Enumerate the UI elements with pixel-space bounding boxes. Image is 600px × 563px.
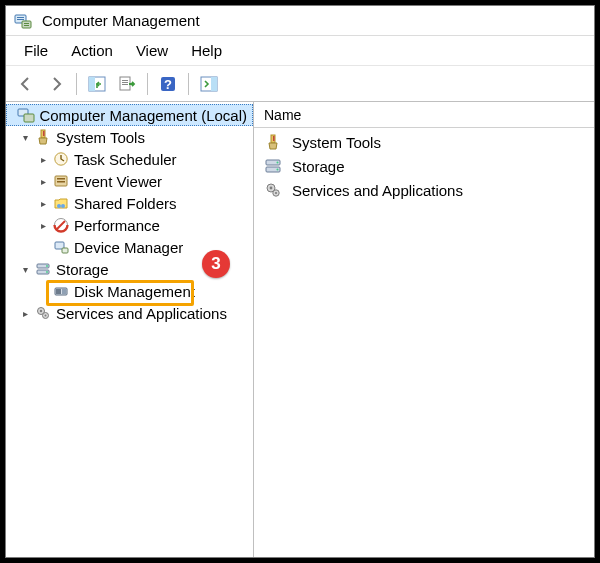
- svg-rect-2: [17, 19, 24, 20]
- expander-icon[interactable]: [36, 174, 50, 188]
- workspace: Computer Management (Local) System Tools: [6, 102, 594, 557]
- svg-rect-23: [57, 181, 65, 183]
- svg-rect-3: [22, 21, 31, 28]
- computer-management-icon: [17, 106, 35, 124]
- back-button[interactable]: [12, 70, 40, 98]
- window-title: Computer Management: [42, 12, 200, 29]
- list-item-system-tools[interactable]: System Tools: [254, 130, 594, 154]
- tree-item-label: Storage: [56, 261, 115, 278]
- svg-point-24: [57, 204, 61, 208]
- svg-rect-8: [120, 77, 130, 90]
- list-header: Name: [254, 102, 594, 128]
- svg-point-25: [61, 204, 65, 208]
- expander-icon[interactable]: [36, 152, 50, 166]
- svg-text:?: ?: [164, 77, 172, 92]
- clock-icon: [52, 150, 70, 168]
- svg-rect-7: [89, 77, 95, 91]
- svg-rect-36: [56, 289, 61, 294]
- svg-rect-30: [62, 248, 68, 253]
- expander-icon: [36, 284, 50, 298]
- toolbar-separator: [76, 73, 77, 95]
- svg-point-34: [46, 271, 48, 273]
- performance-icon: [52, 216, 70, 234]
- tree-item-label: Task Scheduler: [74, 151, 183, 168]
- title-bar: Computer Management: [6, 6, 594, 36]
- menu-view[interactable]: View: [126, 39, 178, 62]
- tree-item-label: Event Viewer: [74, 173, 168, 190]
- expander-icon[interactable]: [18, 262, 32, 276]
- tree-item-performance[interactable]: Performance: [6, 214, 253, 236]
- list-item-storage[interactable]: Storage: [254, 154, 594, 178]
- tree-item-label: Performance: [74, 217, 166, 234]
- tree-item-label: Device Manager: [74, 239, 189, 256]
- tree-item-services-and-applications[interactable]: Services and Applications: [6, 302, 253, 324]
- tree-item-shared-folders[interactable]: Shared Folders: [6, 192, 253, 214]
- services-apps-icon: [264, 181, 282, 199]
- system-tools-icon: [34, 128, 52, 146]
- tree-item-task-scheduler[interactable]: Task Scheduler: [6, 148, 253, 170]
- menu-file[interactable]: File: [14, 39, 58, 62]
- tree-item-system-tools[interactable]: System Tools: [6, 126, 253, 148]
- tree-item-label: Computer Management (Local): [39, 107, 253, 124]
- tree-item-computer-management[interactable]: Computer Management (Local): [6, 104, 253, 126]
- help-button[interactable]: ?: [154, 70, 182, 98]
- window-frame: Computer Management File Action View Hel…: [5, 5, 595, 558]
- device-manager-icon: [52, 238, 70, 256]
- toolbar-separator: [188, 73, 189, 95]
- svg-point-40: [40, 310, 42, 312]
- tree-item-storage[interactable]: Storage: [6, 258, 253, 280]
- list-item-label: System Tools: [292, 134, 381, 151]
- tree-item-label: Disk Management: [74, 283, 201, 300]
- storage-icon: [264, 157, 282, 175]
- column-header-name[interactable]: Name: [254, 104, 311, 126]
- expander-icon[interactable]: [18, 306, 32, 320]
- show-hide-tree-button[interactable]: [83, 70, 111, 98]
- list-item-label: Storage: [292, 158, 345, 175]
- expander-icon[interactable]: [36, 218, 50, 232]
- expander-icon[interactable]: [18, 130, 32, 144]
- svg-point-46: [277, 162, 279, 164]
- tree-item-label: Shared Folders: [74, 195, 183, 212]
- tree-item-device-manager[interactable]: Device Manager: [6, 236, 253, 258]
- services-apps-icon: [34, 304, 52, 322]
- list-item-label: Services and Applications: [292, 182, 463, 199]
- list-item-services-and-applications[interactable]: Services and Applications: [254, 178, 594, 202]
- svg-point-51: [275, 192, 277, 194]
- svg-rect-37: [62, 289, 66, 294]
- actions-pane-icon: [199, 74, 219, 94]
- expander-icon: [10, 108, 15, 122]
- tree-item-label: System Tools: [56, 129, 151, 146]
- shared-folders-icon: [52, 194, 70, 212]
- tree-pane-icon: [87, 74, 107, 94]
- storage-icon: [34, 260, 52, 278]
- svg-rect-17: [24, 114, 34, 122]
- app-icon: [14, 12, 32, 30]
- expander-icon: [36, 240, 50, 254]
- svg-point-50: [270, 187, 273, 190]
- tree-item-event-viewer[interactable]: Event Viewer: [6, 170, 253, 192]
- system-tools-icon: [264, 133, 282, 151]
- show-hide-actions-button[interactable]: [195, 70, 223, 98]
- svg-rect-19: [43, 131, 45, 136]
- expander-icon[interactable]: [36, 196, 50, 210]
- help-icon: ?: [158, 74, 178, 94]
- menu-action[interactable]: Action: [61, 39, 123, 62]
- list-body: System Tools Storage Services and Applic…: [254, 128, 594, 204]
- export-list-button[interactable]: [113, 70, 141, 98]
- forward-icon: [47, 75, 65, 93]
- svg-point-33: [46, 265, 48, 267]
- svg-rect-15: [211, 77, 217, 91]
- list-pane: Name System Tools Storage: [254, 102, 594, 557]
- event-viewer-icon: [52, 172, 70, 190]
- toolbar: ?: [6, 66, 594, 102]
- forward-button[interactable]: [42, 70, 70, 98]
- menu-help[interactable]: Help: [181, 39, 232, 62]
- svg-rect-10: [122, 82, 128, 83]
- tree-item-label: Services and Applications: [56, 305, 233, 322]
- svg-rect-11: [122, 84, 128, 85]
- tree-item-disk-management[interactable]: Disk Management: [6, 280, 253, 302]
- svg-rect-4: [24, 23, 29, 24]
- svg-point-47: [277, 169, 279, 171]
- menu-bar: File Action View Help: [6, 36, 594, 66]
- disk-management-icon: [52, 282, 70, 300]
